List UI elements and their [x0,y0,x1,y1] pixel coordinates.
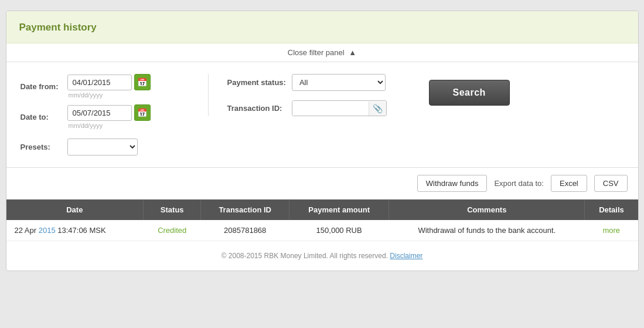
date-to-wrapper: 📅 mm/dd/yyyy [67,104,151,129]
table-body: 22 Apr 2015 13:47:06 MSK Credited 208578… [6,220,638,241]
filter-toggle-arrow: ▲ [349,48,356,57]
cell-status: Credited [144,220,201,241]
date-prefix: 22 Apr [15,226,39,235]
filter-panel: Date from: 📅 mm/dd/yyyy Date to: [6,62,638,168]
export-label: Export data to: [494,179,544,188]
date-from-calendar-button[interactable]: 📅 [134,74,151,90]
cell-comments: Withdrawal of funds to the bank account. [389,220,585,241]
filter-toggle-bar[interactable]: Close filter panel ▲ [6,43,638,62]
date-time: 13:47:06 MSK [56,226,106,235]
payment-history-table: Date Status Transaction ID Payment amoun… [6,199,638,241]
transaction-id-group: Transaction ID: 📎 [227,100,387,116]
cell-date: 22 Apr 2015 13:47:06 MSK [6,220,144,241]
date-to-hint: mm/dd/yyyy [69,122,151,129]
col-details: Details [585,199,638,220]
page-title: Payment history [19,22,625,33]
col-payment-amount: Payment amount [289,199,389,220]
date-from-label: Date from: [21,82,62,91]
cell-details: more [585,220,638,241]
table-row: 22 Apr 2015 13:47:06 MSK Credited 208578… [6,220,638,241]
date-from-group: Date from: 📅 mm/dd/yyyy [21,74,185,99]
presets-select[interactable]: Last 7 days Last 30 days This month Last… [67,138,138,155]
col-date: Date [6,199,144,220]
table-header: Date Status Transaction ID Payment amoun… [6,199,638,220]
date-from-input[interactable] [67,75,132,90]
col-transaction-id: Transaction ID [201,199,289,220]
actions-bar: Withdraw funds Export data to: Excel CSV [6,168,638,199]
date-to-label: Date to: [21,113,62,121]
export-excel-button[interactable]: Excel [551,175,587,192]
footer-text: © 2008-2015 RBK Money Limited. All right… [222,252,388,260]
payment-status-label: Payment status: [227,78,286,87]
disclaimer-link[interactable]: Disclaimer [390,252,422,260]
transaction-id-label: Transaction ID: [227,104,286,113]
filter-toggle-label: Close filter panel [288,48,345,57]
presets-label: Presets: [21,143,62,151]
status-credited: Credited [158,226,186,235]
payment-status-select[interactable]: All Credited Pending Failed [292,74,386,91]
transaction-id-icon: 📎 [369,102,386,116]
filter-middle: Payment status: All Credited Pending Fai… [208,74,387,116]
export-csv-button[interactable]: CSV [594,175,628,192]
withdraw-funds-button[interactable]: Withdraw funds [417,175,488,192]
date-year: 2015 [39,226,56,235]
date-to-calendar-button[interactable]: 📅 [134,104,151,121]
presets-group: Presets: Last 7 days Last 30 days This m… [21,138,185,155]
page-header: Payment history [6,11,638,43]
date-from-hint: mm/dd/yyyy [69,92,151,99]
col-status: Status [144,199,201,220]
date-to-input[interactable] [67,105,132,121]
search-button[interactable]: Search [429,80,510,106]
col-comments: Comments [389,199,585,220]
date-to-group: Date to: 📅 mm/dd/yyyy [21,104,185,129]
filter-left: Date from: 📅 mm/dd/yyyy Date to: [21,74,185,155]
filter-right: Search [410,74,510,106]
transaction-id-input[interactable] [292,101,369,116]
date-from-wrapper: 📅 mm/dd/yyyy [67,74,151,99]
cell-payment-amount: 150,000 RUB [289,220,389,241]
cell-transaction-id: 2085781868 [201,220,289,241]
page-footer: © 2008-2015 RBK Money Limited. All right… [6,241,638,270]
details-more-link[interactable]: more [602,226,620,235]
transaction-id-input-wrap: 📎 [292,100,387,116]
payment-status-group: Payment status: All Credited Pending Fai… [227,74,387,91]
